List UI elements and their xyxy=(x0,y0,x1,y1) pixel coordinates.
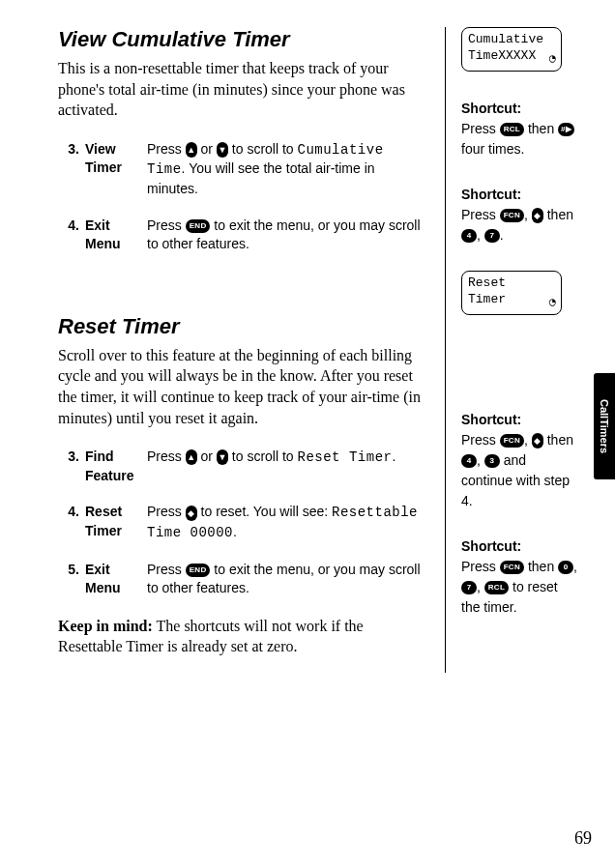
step-label: View Timer xyxy=(79,140,147,199)
shortcut-4: Shortcut: Press FCN then 0, 7, RCL to re… xyxy=(461,536,580,618)
hash-key-icon: #▶ xyxy=(558,123,574,136)
keep-in-mind: Keep in mind: The shortcuts will not wor… xyxy=(58,616,427,657)
heading-view-cumulative: View Cumulative Timer xyxy=(58,27,427,52)
updown-arrow-icon: ◆ xyxy=(186,506,197,521)
screen-line: Reset xyxy=(468,275,555,292)
fcn-key-icon: FCN xyxy=(500,434,524,448)
step-body: Press ▲ or ▼ to scroll to Reset Timer. xyxy=(147,448,427,485)
screen-line: Cumulative xyxy=(468,32,555,48)
step-4-exit: 4. Exit Menu Press END to exit the menu,… xyxy=(58,217,427,254)
clock-icon: ◔ xyxy=(549,52,556,68)
screen-line: TimeXXXXX xyxy=(468,48,555,65)
shortcut-3: Shortcut: Press FCN, ◆ then 4, 3 and con… xyxy=(461,410,580,511)
shortcut-heading: Shortcut: xyxy=(461,185,580,205)
step-4-reset: 4. Reset Timer Press ◆ to reset. You wil… xyxy=(58,503,427,542)
key-7-icon: 7 xyxy=(461,581,477,594)
step-body: Press ▲ or ▼ to scroll to Cumulative Tim… xyxy=(147,140,427,199)
clock-icon: ◔ xyxy=(549,296,556,311)
step-number: 3. xyxy=(58,448,79,485)
rcl-key-icon: RCL xyxy=(484,581,509,594)
fcn-key-icon: FCN xyxy=(500,561,524,574)
shortcut-heading: Shortcut: xyxy=(461,536,580,557)
key-4-icon: 4 xyxy=(461,454,477,468)
down-arrow-icon: ▼ xyxy=(217,449,228,465)
step-5-exit: 5. Exit Menu Press END to exit the menu,… xyxy=(58,561,427,598)
step-body: Press ◆ to reset. You will see: Resettab… xyxy=(147,503,427,542)
key-0-icon: 0 xyxy=(558,561,573,574)
heading-reset-timer: Reset Timer xyxy=(58,314,427,339)
screen-line: Timer xyxy=(468,292,555,308)
key-7-icon: 7 xyxy=(484,229,500,243)
intro-2: Scroll over to this feature at the begin… xyxy=(58,345,427,428)
updown-arrow-icon: ◆ xyxy=(532,433,543,448)
rcl-key-icon: RCL xyxy=(500,123,524,136)
end-key-icon: END xyxy=(186,564,211,577)
up-arrow-icon: ▲ xyxy=(186,142,197,158)
section-tab: CallTimers xyxy=(594,373,615,479)
lcd-text: Reset Timer xyxy=(298,449,393,465)
shortcut-2: Shortcut: Press FCN, ◆ then 4, 7. xyxy=(461,185,580,246)
page-number: 69 xyxy=(574,828,592,849)
end-key-icon: END xyxy=(186,219,211,233)
side-column: Cumulative TimeXXXXX ◔ Shortcut: Press R… xyxy=(445,27,580,673)
up-arrow-icon: ▲ xyxy=(186,449,197,465)
step-label: Reset Timer xyxy=(79,503,147,542)
screen-cumulative: Cumulative TimeXXXXX ◔ xyxy=(461,27,562,72)
key-4-icon: 4 xyxy=(461,229,477,243)
fcn-key-icon: FCN xyxy=(500,209,524,222)
shortcut-heading: Shortcut: xyxy=(461,99,580,119)
screen-reset: Reset Timer ◔ xyxy=(461,271,562,315)
keep-label: Keep in mind: xyxy=(58,618,153,634)
down-arrow-icon: ▼ xyxy=(217,142,228,158)
step-number: 4. xyxy=(58,503,79,542)
intro-1: This is a non-resettable timer that keep… xyxy=(58,58,427,121)
step-number: 5. xyxy=(58,561,79,598)
step-body: Press END to exit the menu, or you may s… xyxy=(147,217,427,254)
step-number: 3. xyxy=(58,140,79,199)
step-number: 4. xyxy=(58,217,79,254)
main-column: View Cumulative Timer This is a non-rese… xyxy=(58,27,445,673)
step-label: Exit Menu xyxy=(79,217,147,254)
shortcut-heading: Shortcut: xyxy=(461,410,580,430)
updown-arrow-icon: ◆ xyxy=(532,208,543,223)
shortcut-1: Shortcut: Press RCL then #▶ four times. xyxy=(461,99,580,159)
step-label: Find Feature xyxy=(79,448,147,485)
step-3-find: 3. Find Feature Press ▲ or ▼ to scroll t… xyxy=(58,448,427,485)
step-label: Exit Menu xyxy=(79,561,147,598)
step-3-view: 3. View Timer Press ▲ or ▼ to scroll to … xyxy=(58,140,427,199)
key-3-icon: 3 xyxy=(484,454,500,468)
step-body: Press END to exit the menu, or you may s… xyxy=(147,561,427,598)
